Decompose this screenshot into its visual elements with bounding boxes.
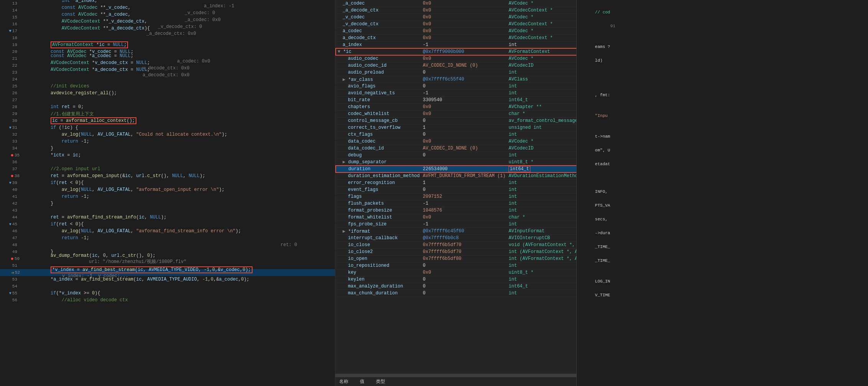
debug-row[interactable]: a_codec 0x0 AVCodec * [336,28,576,34]
gutter-41: 41 [0,194,21,199]
gutter-55: ▼ 55 [0,291,21,296]
gutter-28: 28 [0,105,21,109]
debug-row[interactable]: keylen 0 int [336,276,576,283]
right-content: // cod 91 eams ? ld) , fmt: "Inpu t->nam… [577,0,868,307]
debug-row[interactable]: control_message_cb 0 av_format_control_m… [336,117,576,124]
debug-row[interactable]: a_decode_ctx 0x0 AVCodecContext * [336,34,576,41]
gutter-36: 36 [0,160,21,164]
debug-row[interactable]: io_close 0x7ffff6b5df70 void (AVFormatCo… [336,241,576,248]
gutter-16: 16 [0,22,21,26]
code-line-56: 56 //alloc video decode ctx [0,297,335,304]
gutter-53: 53 [0,277,21,282]
debug-row[interactable]: audio_codec 0x0 AVCodec * [336,55,576,62]
debug-row[interactable]: _a_decode_ctx 0x0 AVCodecContext * [336,7,576,14]
gutter-24: 24 [0,77,21,82]
debug-row-duration[interactable]: duration 226534000 int64_t [336,166,576,172]
gutter-15: 15 [0,15,21,20]
gutter-51: 51 [0,263,21,268]
gutter-34: 34 [0,146,21,151]
gutter-18: 18 [0,36,21,40]
gutter-43: 43 [0,208,21,213]
debug-row[interactable]: event_flags 0 int [336,186,576,193]
debug-variable-table: _a_codec 0x0 AVCodec * _a_decode_ctx 0x0… [335,0,576,297]
scrollbar[interactable] [335,374,576,377]
debug-row-ic[interactable]: ▼ *ic @0x7fff9000b000 AVFormatContext [336,48,576,55]
debug-row[interactable]: format_probesize 1048576 int [336,207,576,214]
gutter-37: 37 [0,167,21,171]
gutter-17: ▼ 17 [0,29,21,33]
gutter-32: 32 [0,132,21,137]
gutter-47: 47 [0,236,21,240]
debug-row[interactable]: audio_preload 0 int [336,69,576,76]
debug-row[interactable]: io_close2 0x7ffff6b5df70 int (AVFormatCo… [336,248,576,255]
gutter-44: 44 [0,215,21,220]
gutter-48: 48 [0,243,21,247]
debug-row[interactable]: _a_codec 0x0 AVCodec * [336,0,576,7]
debug-row[interactable]: ▶ *av_class @0x7ffff6c55f40 AVClass [336,76,576,83]
gutter-45: ▼ 45 [0,222,21,227]
gutter-30: 30 [0,118,21,123]
gutter-33: 33 [0,139,21,144]
code-line-23: 23 AVCodecContext *a_decode_ctx = NULL; … [0,69,335,76]
debug-row[interactable]: debug 0 int [336,152,576,159]
code-line-42: 42 } [0,200,335,207]
gutter-26: 26 [0,91,21,95]
right-panel: // cod 91 eams ? ld) , fmt: "Inpu t->nam… [577,0,868,386]
debug-row[interactable]: interrupt_callback @0x7ffff6b0c8 AVIOInt… [336,235,576,241]
debug-row[interactable]: data_codec 0x0 AVCodec * [336,138,576,145]
debug-row[interactable]: io_open 0x7ffff6b5df80 int (AVFormatCont… [336,255,576,262]
gutter-52: ⇒ 52 [0,270,21,276]
code-line-35: ● 35 *ictx = ic; [0,152,335,159]
debug-row[interactable]: ▶ dump_separator uint8_t * [336,159,576,166]
debug-row[interactable]: _v_decode_ctx 0x0 AVCodecContext * [336,21,576,28]
debug-footer: 名称 值 类型 [335,377,576,386]
debug-row[interactable]: max_chunk_duration 0 int [336,290,576,297]
debug-row[interactable]: codec_whitelist 0x0 char * [336,110,576,117]
gutter-21: 21 [0,56,21,61]
code-line-26: 26 avdevice_register_all(); [0,90,335,97]
gutter-40: 40 [0,187,21,192]
debug-row[interactable]: _v_codec 0x0 AVCodec * [336,14,576,21]
gutter-42: 42 [0,201,21,206]
gutter-50: ● 50 [0,256,21,262]
gutter-39: ▼ 39 [0,181,21,185]
code-panel: 13 int *a_index, a_index: -1 14 const AV… [0,0,335,386]
gutter-56: 56 [0,298,21,302]
code-content-56: //alloc video decode ctx [21,292,335,308]
debug-row[interactable]: flush_packets -1 int [336,200,576,207]
gutter-20: 20 [0,49,21,54]
gutter-23: 23 [0,70,21,75]
debug-row[interactable]: ▶ *iformat @0x7ffff6c45f60 AVInputFormat [336,228,576,235]
debug-footer-name: 名称 [339,378,348,385]
debug-row[interactable]: avoid_negative_ts -1 int [336,90,576,97]
debug-footer-type: 类型 [376,378,385,385]
debug-row[interactable]: correct_ts_overflow 1 unsigned int [336,124,576,131]
gutter-31: ▼ 31 [0,125,21,130]
code-line-53: 53 *a_index = av_find_best_stream(ic, AV… [0,276,335,283]
gutter-22: 22 [0,63,21,68]
gutter-54: 54 [0,284,21,289]
gutter-13: 13 [0,1,21,6]
code-lines: 13 int *a_index, a_index: -1 14 const AV… [0,0,335,304]
debug-row[interactable]: audio_codec_id AV_CODEC_ID_NONE (0) AVCo… [336,62,576,69]
debug-row[interactable]: a_index -1 int [336,41,576,48]
gutter-35: ● 35 [0,152,21,158]
gutter-25: 25 [0,84,21,89]
debug-row[interactable]: duration_estimation_method AVFMT_DURATIO… [336,172,576,179]
debug-row[interactable]: data_codec_id AV_CODEC_ID_NONE (0) AVCod… [336,145,576,152]
gutter-46: 46 [0,229,21,233]
debug-row[interactable]: chapters 0x0 AVChapter ** [336,103,576,110]
code-line-17: ▼ 17 AVCodecContext **_a_decode_ctx){ _a… [0,28,335,34]
debug-row[interactable]: flags 2097152 int [336,193,576,200]
debug-row[interactable]: io_repositioned 0 int [336,262,576,269]
debug-row[interactable]: error_recognition 1 int [336,179,576,186]
debug-row[interactable]: fps_probe_size -1 int [336,221,576,228]
gutter-29: 29 [0,112,21,116]
debug-row[interactable]: key 0x0 uint8_t * [336,269,576,276]
debug-row[interactable]: ctx_flags 0 int [336,131,576,138]
gutter-27: 27 [0,98,21,102]
debug-row[interactable]: max_analyze_duration 0 int64_t [336,283,576,290]
debug-row[interactable]: format_whitelist 0x0 char * [336,214,576,221]
debug-row[interactable]: bit_rate 3309540 int64_t [336,97,576,103]
debug-row[interactable]: avio_flags 0 int [336,83,576,90]
